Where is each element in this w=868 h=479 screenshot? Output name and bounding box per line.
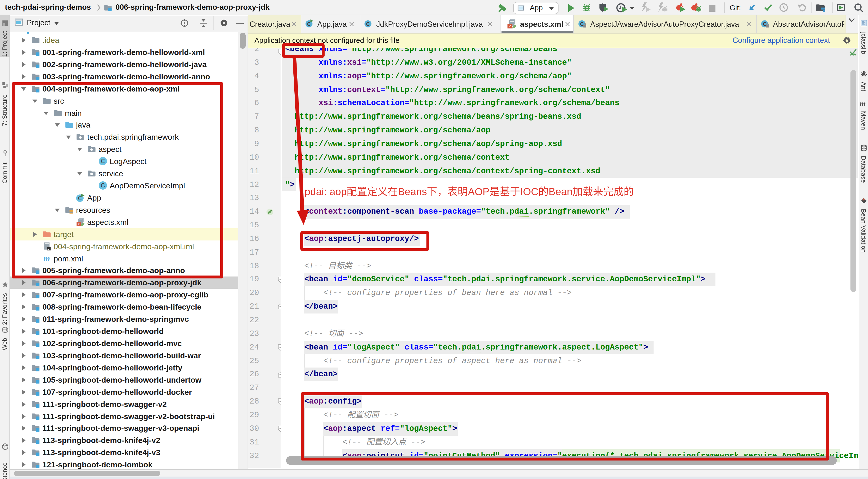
svg-text:C: C	[366, 21, 370, 27]
svg-text:<: <	[508, 24, 511, 29]
svg-text:C: C	[307, 21, 311, 27]
